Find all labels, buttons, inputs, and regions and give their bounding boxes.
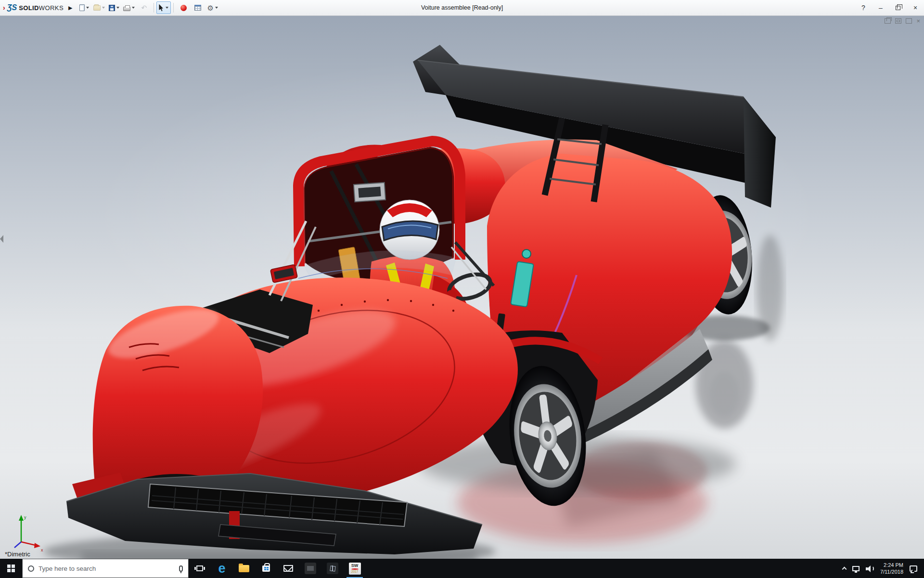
model-canvas[interactable]: y x *Dimetric: [0, 16, 924, 559]
solidworks-logo: › ƷS SOLIDWORKS: [0, 3, 67, 12]
new-document-button[interactable]: [77, 1, 91, 14]
mail-button[interactable]: [277, 559, 299, 578]
brand-name: SOLID: [19, 4, 39, 12]
hidden-icons-chevron[interactable]: [842, 567, 847, 572]
rearview-mirror: [354, 183, 385, 202]
options-button[interactable]: ⚙: [205, 1, 219, 14]
appearance-sphere-icon: [180, 5, 187, 11]
menu-flyout-arrow[interactable]: ▶: [67, 5, 77, 11]
store-bag-icon: [262, 565, 270, 572]
titlebar: › ƷS SOLIDWORKS ▶ ↶ ⚙ Voiture assemblee …: [0, 0, 924, 16]
gear-icon: ⚙: [207, 4, 213, 12]
dropdown-caret-icon: [102, 7, 105, 9]
edge-icon: e: [218, 562, 225, 575]
save-button[interactable]: [107, 1, 121, 14]
system-tray: 2:24 PM 7/11/2018: [843, 559, 924, 578]
help-button[interactable]: ?: [855, 0, 872, 15]
3ds-logo-icon: ƷS: [7, 3, 17, 12]
toolbar-separator: [154, 3, 154, 13]
printer-icon: [123, 7, 130, 11]
dark-app-button[interactable]: [299, 559, 321, 578]
dropdown-caret-icon: [215, 7, 218, 9]
document-window-controls: ×: [885, 18, 920, 24]
viewport-close-icon[interactable]: ×: [916, 18, 920, 24]
restore-icon: [896, 6, 900, 10]
restore-button[interactable]: [889, 0, 907, 15]
dropdown-caret-icon: [116, 7, 119, 9]
cube-tile-icon: [327, 563, 338, 574]
undo-arrow-icon: ↶: [141, 4, 147, 11]
appearance-button[interactable]: [176, 1, 191, 14]
select-tool-button[interactable]: [156, 1, 171, 14]
dropdown-caret-icon: [86, 7, 89, 9]
taskbar: e SW 2017 2:24 PM 7/11/2018: [0, 559, 924, 578]
save-floppy-icon: [109, 5, 115, 11]
close-button[interactable]: ×: [907, 0, 924, 15]
folder-icon: [239, 565, 249, 572]
store-button[interactable]: [255, 559, 277, 578]
tray-time: 2:24 PM: [880, 562, 903, 568]
y-axis-label: y: [24, 515, 26, 520]
view-orientation-label: *Dimetric: [5, 551, 30, 558]
search-input[interactable]: [38, 565, 175, 572]
open-button[interactable]: [91, 1, 107, 14]
action-center-icon[interactable]: [910, 565, 917, 572]
mail-envelope-icon: [283, 565, 293, 572]
search-icon: [28, 565, 34, 572]
minimize-button[interactable]: –: [872, 0, 889, 15]
viewport-tile-icon[interactable]: [895, 18, 901, 24]
new-document-icon: [79, 4, 85, 11]
taskbar-clock[interactable]: 2:24 PM 7/11/2018: [880, 562, 903, 575]
viewer-app-button[interactable]: [321, 559, 344, 578]
design-table-button[interactable]: [191, 1, 205, 14]
edge-browser-button[interactable]: e: [211, 559, 233, 578]
taskbar-search-box[interactable]: [22, 559, 189, 578]
start-button[interactable]: [0, 559, 22, 578]
media-tile-icon: [305, 563, 316, 574]
task-view-button[interactable]: [189, 559, 211, 578]
microphone-icon[interactable]: [179, 565, 183, 572]
open-folder-icon: [93, 5, 101, 11]
compass-logo-icon: ›: [3, 4, 5, 12]
volume-icon[interactable]: [866, 565, 874, 572]
collapse-panel-arrow[interactable]: [0, 235, 3, 243]
dropdown-caret-icon: [132, 7, 135, 9]
toolbar-separator: [173, 3, 174, 13]
solidworks-icon: SW 2017: [349, 563, 361, 575]
solidworks-app-button[interactable]: SW 2017: [344, 559, 366, 578]
undo-button[interactable]: ↶: [137, 1, 151, 14]
x-axis-label: x: [41, 548, 43, 552]
task-view-icon: [196, 565, 203, 571]
tray-date: 7/11/2018: [880, 568, 903, 575]
3d-viewport[interactable]: y x *Dimetric ×: [0, 16, 924, 559]
design-table-icon: [194, 5, 201, 11]
windows-logo-icon: [7, 565, 15, 572]
network-icon[interactable]: [852, 566, 860, 571]
dropdown-caret-icon: [166, 7, 168, 9]
viewport-cascade-icon[interactable]: [885, 18, 891, 24]
viewport-restore-icon[interactable]: [906, 18, 912, 24]
file-explorer-button[interactable]: [233, 559, 255, 578]
select-cursor-icon: [159, 4, 164, 12]
print-button[interactable]: [121, 1, 137, 14]
